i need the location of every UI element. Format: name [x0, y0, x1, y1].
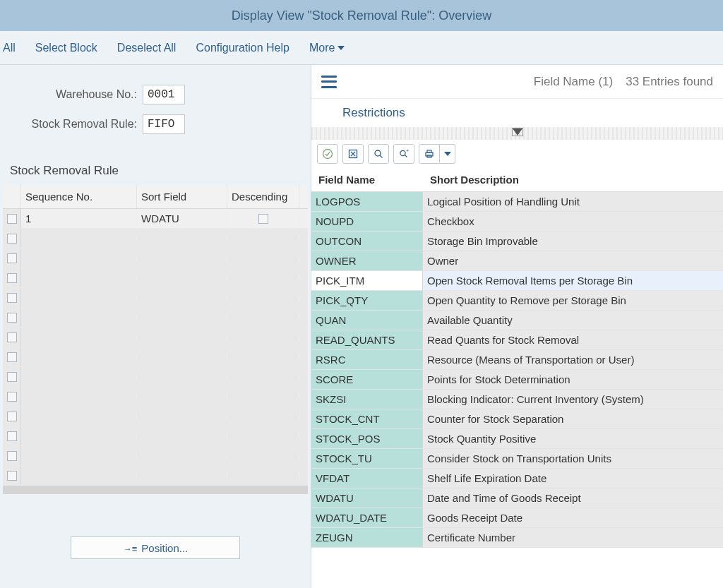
row-selector[interactable]: [3, 288, 21, 307]
row-selector[interactable]: [3, 308, 21, 327]
row-selector[interactable]: [3, 367, 21, 386]
row-selector[interactable]: [3, 466, 21, 485]
row-selector[interactable]: [3, 328, 21, 347]
row-selector[interactable]: [3, 248, 21, 268]
list-item[interactable]: PICK_ITMOpen Stock Removal Items per Sto…: [311, 271, 723, 291]
list-item[interactable]: ZEUGNCertificate Number: [311, 528, 723, 548]
list-item-description: Consider Stock on Transportation Units: [423, 449, 723, 468]
checkbox-icon: [7, 253, 17, 263]
table-row[interactable]: [3, 347, 308, 367]
col-sort-head[interactable]: Sort Field: [137, 185, 227, 208]
list-item-description: Available Quantity: [423, 311, 723, 330]
warehouse-label: Warehouse No.:: [10, 88, 143, 101]
warehouse-field[interactable]: 0001: [143, 85, 185, 104]
list-item-description: Read Quants for Stock Removal: [423, 330, 723, 349]
list-item[interactable]: STOCK_CNTCounter for Stock Separation: [311, 409, 723, 429]
menu-icon[interactable]: [321, 76, 337, 88]
row-selector[interactable]: [3, 446, 21, 465]
find-next-button[interactable]: +: [393, 144, 414, 164]
list-item[interactable]: OWNEROwner: [311, 251, 723, 271]
pin-strip[interactable]: [311, 127, 723, 140]
cell-descending: [227, 256, 299, 261]
position-button[interactable]: Position...: [71, 536, 240, 559]
table-row[interactable]: [3, 268, 308, 288]
list-item[interactable]: SCOREPoints for Stock Determination: [311, 370, 723, 390]
list-item[interactable]: QUANAvailable Quantity: [311, 311, 723, 330]
cell-sort-field: [137, 295, 227, 301]
list-item-description: Resource (Means of Transportation or Use…: [423, 350, 723, 369]
find-button[interactable]: [368, 144, 389, 164]
checkbox-icon: [7, 372, 17, 382]
checkbox-icon[interactable]: [258, 214, 268, 224]
print-button[interactable]: [419, 144, 440, 164]
popup-list-body: LOGPOSLogical Position of Handling UnitN…: [311, 192, 723, 588]
table-row[interactable]: [3, 288, 308, 308]
checkbox-icon: [7, 431, 17, 441]
toolbar-config-help[interactable]: Configuration Help: [196, 42, 289, 54]
table-row[interactable]: [3, 407, 308, 426]
position-icon: [123, 542, 138, 554]
col-sequence-head[interactable]: Sequence No.: [21, 185, 137, 208]
list-item[interactable]: STOCK_TUConsider Stock on Transportation…: [311, 449, 723, 469]
row-selector[interactable]: [3, 426, 21, 445]
row-selector[interactable]: [3, 347, 21, 366]
list-item-description: Storage Bin Improvable: [423, 232, 723, 251]
table-row[interactable]: [3, 367, 308, 387]
list-item-field: STOCK_CNT: [311, 409, 423, 428]
toolbar-deselect-all[interactable]: Deselect All: [117, 42, 177, 54]
list-item[interactable]: PICK_QTYOpen Quantity to Remove per Stor…: [311, 291, 723, 311]
list-item-description: Goods Receipt Date: [423, 508, 723, 527]
cell-descending: [227, 295, 299, 301]
popup-toolbar: +: [311, 140, 723, 168]
cell-descending: [227, 335, 299, 340]
cancel-button[interactable]: [342, 144, 364, 164]
row-selector[interactable]: [3, 209, 21, 228]
table-row[interactable]: [3, 328, 308, 347]
table-row[interactable]: [3, 229, 308, 248]
list-item-field: WDATU_DATE: [311, 508, 423, 527]
row-selector[interactable]: [3, 268, 21, 287]
restrictions-tab[interactable]: Restrictions: [311, 99, 723, 127]
position-label: Position...: [141, 542, 188, 554]
list-item[interactable]: LOGPOSLogical Position of Handling Unit: [311, 192, 723, 212]
table-row[interactable]: [3, 308, 308, 328]
list-item[interactable]: WDATUDate and Time of Goods Receipt: [311, 488, 723, 508]
toolbar-more[interactable]: More: [309, 42, 345, 54]
cell-sequence: [21, 354, 137, 360]
popup-col-field[interactable]: Field Name: [314, 174, 426, 186]
toolbar-all[interactable]: All: [3, 42, 16, 54]
table-row[interactable]: [3, 466, 308, 486]
table-row[interactable]: [3, 387, 308, 407]
list-item[interactable]: READ_QUANTSRead Quants for Stock Removal: [311, 330, 723, 350]
col-desc-head[interactable]: Descending: [227, 185, 299, 208]
cell-sequence: 1: [21, 210, 137, 227]
row-selector[interactable]: [3, 407, 21, 426]
toolbar-select-block[interactable]: Select Block: [35, 42, 97, 54]
ok-button[interactable]: [317, 144, 338, 164]
cell-descending: [227, 453, 299, 459]
list-item[interactable]: OUTCONStorage Bin Improvable: [311, 232, 723, 251]
rule-field[interactable]: FIFO: [143, 114, 185, 134]
chevron-down-icon: [444, 152, 451, 156]
table-row[interactable]: 1WDATU: [3, 209, 308, 229]
list-item-description: Open Quantity to Remove per Storage Bin: [423, 291, 723, 310]
list-item-description: Open Stock Removal Items per Storage Bin: [423, 271, 723, 290]
cell-sequence: [21, 394, 137, 400]
cell-sort-field: [137, 394, 227, 400]
table-row[interactable]: [3, 248, 308, 268]
list-item[interactable]: STOCK_POSStock Quantity Positive: [311, 429, 723, 449]
list-item[interactable]: NOUPDCheckbox: [311, 212, 723, 232]
row-selector[interactable]: [3, 229, 21, 248]
cell-descending: [227, 211, 299, 227]
popup-col-short[interactable]: Short Description: [426, 174, 720, 186]
pin-icon: [513, 128, 522, 136]
list-item-field: WDATU: [311, 488, 423, 508]
print-dropdown[interactable]: [440, 144, 455, 164]
list-item[interactable]: VFDATShelf Life Expiration Date: [311, 469, 723, 488]
list-item[interactable]: WDATU_DATEGoods Receipt Date: [311, 508, 723, 528]
table-row[interactable]: [3, 446, 308, 466]
row-selector[interactable]: [3, 387, 21, 406]
list-item[interactable]: RSRCResource (Means of Transportation or…: [311, 350, 723, 370]
list-item[interactable]: SKZSIBlocking Indicator: Current Invento…: [311, 390, 723, 409]
table-row[interactable]: [3, 426, 308, 446]
